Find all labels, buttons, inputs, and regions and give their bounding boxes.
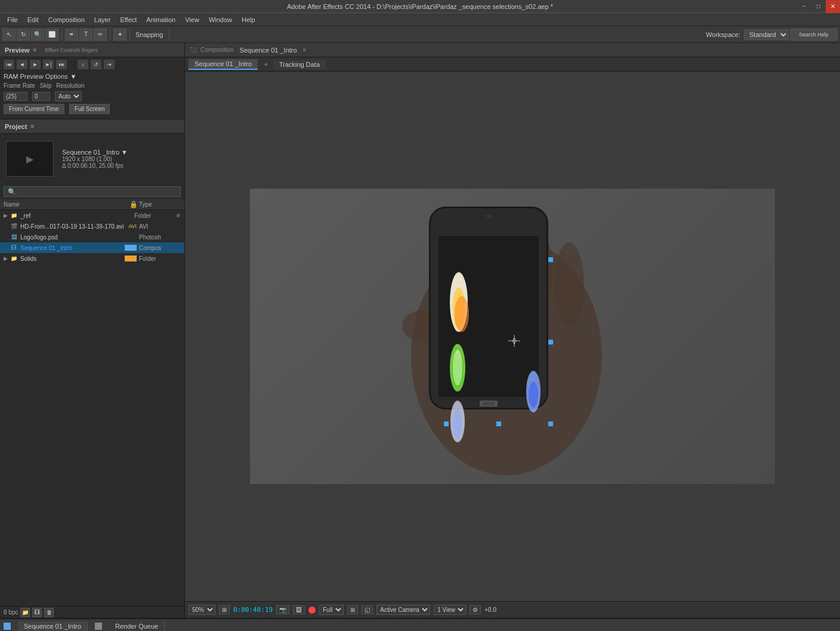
center-crosshair [508,335,520,348]
search-help-button[interactable]: Search Help [790,29,838,41]
go-to-end-button[interactable]: ⏭ [56,60,67,69]
menu-help[interactable]: Help [237,15,260,24]
menu-effect[interactable]: Effect [115,15,141,24]
maximize-button[interactable]: □ [811,0,826,13]
preview-panel-title: Preview [5,47,30,54]
flame-effect-4 [524,368,548,417]
puppet-tool[interactable]: ✦ [113,29,126,41]
tab-render-queue[interactable]: Render Queue [109,621,165,631]
mask-button[interactable]: ◱ [362,605,373,614]
preview-panel-menu[interactable]: ≡ [33,47,37,53]
tab-timeline-sequence[interactable]: Sequence 01 _Intro [18,621,88,631]
quality-select[interactable]: Full [319,605,344,615]
resolution-select[interactable]: Auto [55,91,82,101]
fit-comp-button[interactable]: ⊞ [219,605,230,614]
comp-panel-menu-icon[interactable]: ≡ [303,47,307,53]
composition-viewer[interactable] [185,72,840,601]
from-current-time-button[interactable]: From Current Time [4,104,64,114]
skip-input[interactable] [32,92,50,101]
toolbar-separator-4 [169,29,169,40]
prev-frame-button[interactable]: ◄ [17,60,27,69]
project-item-ref[interactable]: ▶ 📁 _ref Folder ⊕ [0,210,184,221]
audio-button[interactable]: ♪ [78,60,88,69]
avi-icon: 🎬 [10,222,18,230]
item-name: _ref [20,213,134,219]
preview-panel-header: Preview ≡ Effect Controls fingers [0,43,184,57]
menu-file[interactable]: File [2,15,23,24]
project-item-avi[interactable]: 🎬 HD-From...017-03-19 13-11-39-170.avi A… [0,221,184,232]
menu-layer[interactable]: Layer [89,15,116,24]
comp-panel-label: Composition [200,47,234,53]
frame-rate-label: Frame Rate [4,82,35,89]
comp-name-display: Sequence 01 _Intro ▼ [62,149,128,156]
text-tool[interactable]: T [79,29,92,41]
comp-color-swatch [125,245,137,251]
new-folder-button[interactable]: 📁 [20,608,30,617]
tl-separator [95,623,102,630]
comp-panel-header: ⬛ Composition Sequence 01 _Intro ≡ [185,43,840,57]
item-type: Photosh [139,234,181,241]
project-item-solids[interactable]: ▶ 📁 Solids Folder [0,253,184,264]
delete-button[interactable]: 🗑 [44,608,54,617]
project-item-psd[interactable]: 🖼 Logo/logo.psd Photosh [0,232,184,242]
project-search-input[interactable] [4,186,181,197]
rotation-tool[interactable]: ↻ [17,29,30,41]
crosshair-svg [508,335,520,347]
camera-tool[interactable]: ⬜ [45,29,58,41]
comp-time-display[interactable]: 0:00:40:19 [233,606,273,614]
flame-svg-1 [447,266,483,338]
item-type: Compos [139,245,181,251]
close-button[interactable]: ✕ [826,0,840,13]
brush-tool[interactable]: ✏ [94,29,107,41]
camera-select[interactable]: Active Camera [376,605,430,615]
color-swatch[interactable] [308,607,316,614]
col-type-header[interactable]: Type [139,201,181,208]
ram-options-header[interactable]: RAM Preview Options ▼ [4,73,181,80]
folder-icon: 📁 [10,254,18,263]
project-search-area [0,184,184,199]
project-list-header: Name 🔒 Type [0,199,184,210]
tl-comp-icon [4,623,11,630]
col-name-header[interactable]: Name [4,201,129,208]
playback-btn-extra[interactable]: ⇥ [104,60,115,69]
pen-tool[interactable]: ✒ [65,29,78,41]
finger-4 [554,242,584,326]
project-panel-menu[interactable]: ≡ [30,123,34,130]
tab-sequence01[interactable]: Sequence 01 _Intro [189,59,258,70]
snapshot-button[interactable]: 📷 [276,605,289,614]
grid-button[interactable]: ⊞ [347,605,358,614]
menu-animation[interactable]: Animation [141,15,180,24]
item-name: Sequence 01 _Intro [20,245,125,251]
phone-speaker [486,214,492,218]
project-panel-title: Project [5,123,27,130]
loop-button[interactable]: ↺ [91,60,101,69]
item-type: Folder [134,213,176,219]
zoom-tool[interactable]: 🔍 [31,29,44,41]
frame-rate-input[interactable] [4,92,27,101]
selection-tool[interactable]: ↖ [2,29,16,41]
ram-preview-options: RAM Preview Options ▼ Frame Rate Skip Re… [0,72,184,119]
skip-label: Skip [40,82,51,89]
full-screen-button[interactable]: Full Screen [69,104,110,114]
project-panel: Project ≡ ▶ Sequence 01 _Intro ▼ 1920 x … [0,119,184,618]
tab-tracking-data[interactable]: Tracking Data [273,60,326,69]
item-name: HD-From...017-03-19 13-11-39-170.avi [20,223,128,230]
zoom-select[interactable]: 50% [189,605,215,615]
view-select[interactable]: 1 View [434,605,466,615]
next-frame-button[interactable]: ►| [43,60,54,69]
menu-edit[interactable]: Edit [23,15,44,24]
transform-handle-mb [496,421,501,426]
expand-icon: ▶ [4,213,10,218]
show-snapshot-button[interactable]: 🖼 [293,605,305,614]
minimize-button[interactable]: − [797,0,811,13]
play-button[interactable]: ► [30,60,41,69]
go-to-start-button[interactable]: ⏮ [4,60,14,69]
project-item-sequence[interactable]: 🎞 Sequence 01 _Intro Compos [0,242,184,253]
menu-composition[interactable]: Composition [44,15,89,24]
new-comp-button[interactable]: 🎞 [32,608,42,617]
comp-settings-button[interactable]: ⚙ [470,605,481,614]
menu-view[interactable]: View [180,15,204,24]
menu-window[interactable]: Window [204,15,237,24]
offset-display: +0.0 [484,607,496,613]
workspace-select[interactable]: Standard [744,29,789,40]
